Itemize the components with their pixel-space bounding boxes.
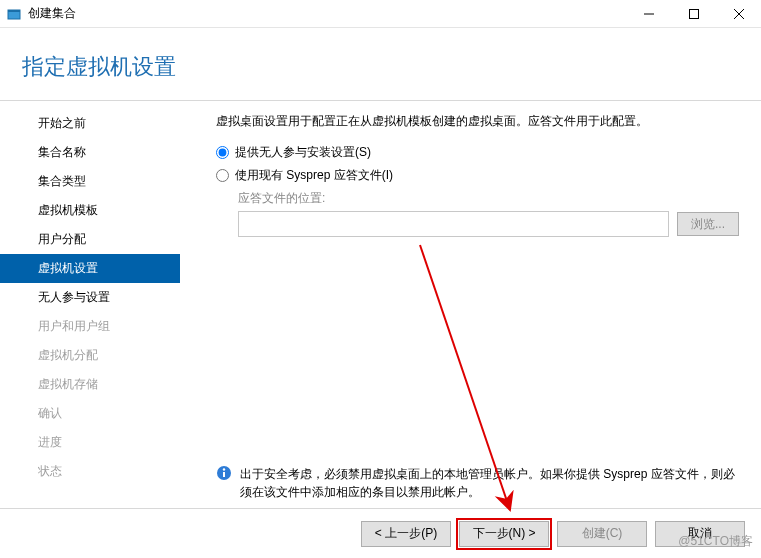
heading-area: 指定虚拟机设置 <box>0 28 761 101</box>
radio-sysprep-label: 使用现有 Sysprep 应答文件(I) <box>235 167 393 184</box>
radio-option-sysprep[interactable]: 使用现有 Sysprep 应答文件(I) <box>216 167 739 184</box>
sidebar-item-8: 虚拟机分配 <box>0 341 180 370</box>
sidebar-item-12: 状态 <box>0 457 180 486</box>
answer-file-input[interactable] <box>238 211 669 237</box>
info-icon <box>216 465 232 481</box>
sidebar-item-0[interactable]: 开始之前 <box>0 109 180 138</box>
sidebar-item-11: 进度 <box>0 428 180 457</box>
sidebar-item-4[interactable]: 用户分配 <box>0 225 180 254</box>
sidebar-item-3[interactable]: 虚拟机模板 <box>0 196 180 225</box>
close-button[interactable] <box>716 0 761 28</box>
next-button[interactable]: 下一步(N) > <box>459 521 549 547</box>
svg-rect-3 <box>689 9 698 18</box>
minimize-button[interactable] <box>626 0 671 28</box>
answer-file-label: 应答文件的位置: <box>238 190 739 207</box>
browse-button[interactable]: 浏览... <box>677 212 739 236</box>
app-icon <box>6 6 22 22</box>
svg-rect-1 <box>8 10 20 12</box>
svg-point-8 <box>223 468 225 470</box>
sidebar-item-10: 确认 <box>0 399 180 428</box>
sidebar-item-7: 用户和用户组 <box>0 312 180 341</box>
title-bar: 创建集合 <box>0 0 761 28</box>
sidebar-item-2[interactable]: 集合类型 <box>0 167 180 196</box>
watermark: @51CTO博客 <box>678 533 753 550</box>
radio-sysprep-input[interactable] <box>216 169 229 182</box>
description-text: 虚拟桌面设置用于配置正在从虚拟机模板创建的虚拟桌面。应答文件用于此配置。 <box>216 113 739 130</box>
answer-file-section: 应答文件的位置: 浏览... <box>238 190 739 237</box>
window-controls <box>626 0 761 28</box>
info-note: 出于安全考虑，必须禁用虚拟桌面上的本地管理员帐户。如果你提供 Sysprep 应… <box>216 465 739 501</box>
prev-button[interactable]: < 上一步(P) <box>361 521 451 547</box>
radio-unattended-input[interactable] <box>216 146 229 159</box>
sidebar-item-1[interactable]: 集合名称 <box>0 138 180 167</box>
main-panel: 虚拟桌面设置用于配置正在从虚拟机模板创建的虚拟桌面。应答文件用于此配置。 提供无… <box>180 101 761 511</box>
wizard-footer: < 上一步(P) 下一步(N) > 创建(C) 取消 <box>0 508 761 558</box>
content-area: 开始之前集合名称集合类型虚拟机模板用户分配虚拟机设置无人参与设置用户和用户组虚拟… <box>0 101 761 511</box>
maximize-button[interactable] <box>671 0 716 28</box>
wizard-sidebar: 开始之前集合名称集合类型虚拟机模板用户分配虚拟机设置无人参与设置用户和用户组虚拟… <box>0 101 180 511</box>
sidebar-item-9: 虚拟机存储 <box>0 370 180 399</box>
page-heading: 指定虚拟机设置 <box>22 52 761 82</box>
svg-rect-7 <box>223 472 225 477</box>
sidebar-item-6[interactable]: 无人参与设置 <box>0 283 180 312</box>
radio-option-unattended[interactable]: 提供无人参与安装设置(S) <box>216 144 739 161</box>
info-text: 出于安全考虑，必须禁用虚拟桌面上的本地管理员帐户。如果你提供 Sysprep 应… <box>240 465 739 501</box>
create-button[interactable]: 创建(C) <box>557 521 647 547</box>
radio-unattended-label: 提供无人参与安装设置(S) <box>235 144 371 161</box>
sidebar-item-5[interactable]: 虚拟机设置 <box>0 254 180 283</box>
window-title: 创建集合 <box>28 5 626 22</box>
